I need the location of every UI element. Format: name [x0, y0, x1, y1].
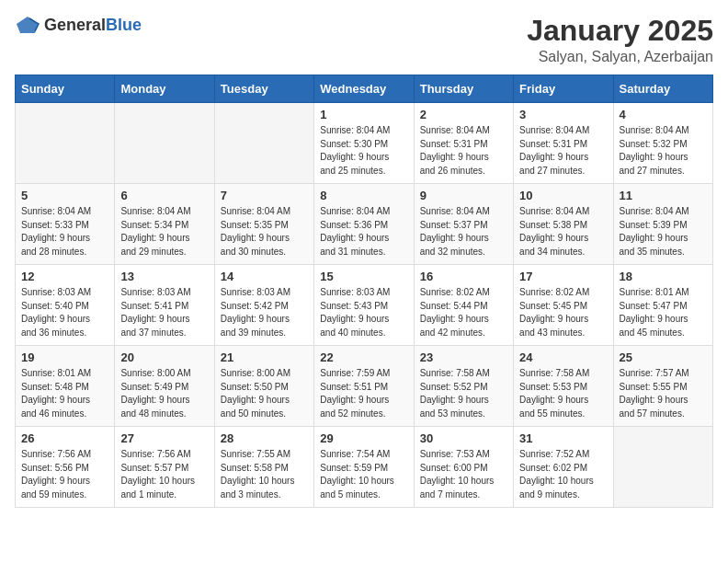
calendar-cell: 26Sunrise: 7:56 AM Sunset: 5:56 PM Dayli…: [16, 427, 115, 508]
calendar-cell: 25Sunrise: 7:57 AM Sunset: 5:55 PM Dayli…: [613, 346, 712, 427]
day-info: Sunrise: 8:04 AM Sunset: 5:37 PM Dayligh…: [420, 205, 507, 259]
logo: GeneralBlue: [15, 15, 142, 35]
day-info: Sunrise: 8:04 AM Sunset: 5:36 PM Dayligh…: [320, 205, 407, 259]
day-number: 29: [320, 431, 407, 445]
day-number: 15: [320, 270, 407, 283]
day-info: Sunrise: 8:00 AM Sunset: 5:50 PM Dayligh…: [221, 367, 308, 420]
day-info: Sunrise: 8:04 AM Sunset: 5:39 PM Dayligh…: [620, 205, 707, 259]
calendar-cell: 5Sunrise: 8:04 AM Sunset: 5:33 PM Daylig…: [16, 184, 115, 265]
calendar-cell: 22Sunrise: 7:59 AM Sunset: 5:51 PM Dayli…: [314, 346, 414, 427]
calendar-cell: [115, 103, 214, 184]
calendar-table: SundayMondayTuesdayWednesdayThursdayFrid…: [15, 75, 713, 508]
generalblue-logo-icon: [15, 15, 40, 35]
calendar-cell: [16, 103, 115, 184]
calendar-cell: 15Sunrise: 8:03 AM Sunset: 5:43 PM Dayli…: [314, 265, 414, 346]
day-info: Sunrise: 8:03 AM Sunset: 5:43 PM Dayligh…: [320, 286, 407, 339]
calendar-cell: 8Sunrise: 8:04 AM Sunset: 5:36 PM Daylig…: [314, 184, 414, 265]
day-number: 1: [320, 108, 407, 121]
calendar-cell: 28Sunrise: 7:55 AM Sunset: 5:58 PM Dayli…: [214, 427, 313, 508]
calendar-cell: 6Sunrise: 8:04 AM Sunset: 5:34 PM Daylig…: [115, 184, 214, 265]
calendar-cell: 29Sunrise: 7:54 AM Sunset: 5:59 PM Dayli…: [314, 427, 414, 508]
weekday-header-wednesday: Wednesday: [314, 75, 414, 103]
weekday-header-sunday: Sunday: [16, 75, 115, 103]
calendar-cell: 23Sunrise: 7:58 AM Sunset: 5:52 PM Dayli…: [414, 346, 513, 427]
day-info: Sunrise: 8:04 AM Sunset: 5:32 PM Dayligh…: [620, 124, 707, 178]
day-info: Sunrise: 8:03 AM Sunset: 5:41 PM Dayligh…: [120, 286, 208, 339]
day-number: 13: [120, 270, 208, 283]
day-number: 21: [221, 350, 308, 364]
day-number: 7: [221, 189, 308, 202]
day-info: Sunrise: 7:55 AM Sunset: 5:58 PM Dayligh…: [221, 448, 308, 501]
calendar-week-4: 19Sunrise: 8:01 AM Sunset: 5:48 PM Dayli…: [16, 346, 713, 427]
calendar-cell: [214, 103, 313, 184]
day-number: 28: [221, 431, 308, 445]
day-number: 27: [120, 431, 208, 445]
logo-general: General: [44, 16, 106, 34]
day-number: 2: [420, 108, 507, 121]
calendar-cell: 30Sunrise: 7:53 AM Sunset: 6:00 PM Dayli…: [414, 427, 513, 508]
day-info: Sunrise: 8:04 AM Sunset: 5:33 PM Dayligh…: [21, 205, 108, 259]
day-info: Sunrise: 7:54 AM Sunset: 5:59 PM Dayligh…: [320, 448, 407, 501]
day-number: 9: [420, 189, 507, 202]
day-info: Sunrise: 8:04 AM Sunset: 5:38 PM Dayligh…: [519, 205, 607, 259]
day-number: 4: [620, 108, 707, 121]
calendar-week-2: 5Sunrise: 8:04 AM Sunset: 5:33 PM Daylig…: [16, 184, 713, 265]
calendar-cell: 7Sunrise: 8:04 AM Sunset: 5:35 PM Daylig…: [214, 184, 313, 265]
day-number: 19: [21, 350, 108, 364]
day-info: Sunrise: 7:53 AM Sunset: 6:00 PM Dayligh…: [420, 448, 507, 501]
calendar-cell: 17Sunrise: 8:02 AM Sunset: 5:45 PM Dayli…: [514, 265, 613, 346]
calendar-cell: 14Sunrise: 8:03 AM Sunset: 5:42 PM Dayli…: [214, 265, 313, 346]
weekday-header-tuesday: Tuesday: [214, 75, 313, 103]
calendar-week-3: 12Sunrise: 8:03 AM Sunset: 5:40 PM Dayli…: [16, 265, 713, 346]
calendar-cell: 11Sunrise: 8:04 AM Sunset: 5:39 PM Dayli…: [613, 184, 712, 265]
day-number: 25: [620, 350, 707, 364]
day-number: 22: [320, 350, 407, 364]
day-info: Sunrise: 8:03 AM Sunset: 5:40 PM Dayligh…: [21, 286, 108, 339]
calendar-cell: 2Sunrise: 8:04 AM Sunset: 5:31 PM Daylig…: [414, 103, 513, 184]
day-info: Sunrise: 7:56 AM Sunset: 5:57 PM Dayligh…: [120, 448, 208, 501]
day-number: 17: [519, 270, 607, 283]
day-number: 20: [120, 350, 208, 364]
day-info: Sunrise: 7:58 AM Sunset: 5:52 PM Dayligh…: [420, 367, 507, 420]
day-number: 11: [620, 189, 707, 202]
calendar-cell: 31Sunrise: 7:52 AM Sunset: 6:02 PM Dayli…: [514, 427, 613, 508]
day-info: Sunrise: 8:04 AM Sunset: 5:31 PM Dayligh…: [519, 124, 607, 178]
day-info: Sunrise: 8:01 AM Sunset: 5:47 PM Dayligh…: [620, 286, 707, 339]
day-info: Sunrise: 8:01 AM Sunset: 5:48 PM Dayligh…: [21, 367, 108, 420]
calendar-cell: 3Sunrise: 8:04 AM Sunset: 5:31 PM Daylig…: [514, 103, 613, 184]
calendar-cell: 27Sunrise: 7:56 AM Sunset: 5:57 PM Dayli…: [115, 427, 214, 508]
day-info: Sunrise: 8:04 AM Sunset: 5:31 PM Dayligh…: [420, 124, 507, 178]
day-number: 12: [21, 270, 108, 283]
day-number: 26: [21, 431, 108, 445]
calendar-cell: 1Sunrise: 8:04 AM Sunset: 5:30 PM Daylig…: [314, 103, 414, 184]
weekday-header-row: SundayMondayTuesdayWednesdayThursdayFrid…: [16, 75, 713, 103]
day-number: 18: [620, 270, 707, 283]
day-info: Sunrise: 8:00 AM Sunset: 5:49 PM Dayligh…: [120, 367, 208, 420]
calendar-week-5: 26Sunrise: 7:56 AM Sunset: 5:56 PM Dayli…: [16, 427, 713, 508]
day-number: 10: [519, 189, 607, 202]
calendar-cell: 9Sunrise: 8:04 AM Sunset: 5:37 PM Daylig…: [414, 184, 513, 265]
calendar-cell: 21Sunrise: 8:00 AM Sunset: 5:50 PM Dayli…: [214, 346, 313, 427]
weekday-header-monday: Monday: [115, 75, 214, 103]
weekday-header-friday: Friday: [514, 75, 613, 103]
calendar-cell: 19Sunrise: 8:01 AM Sunset: 5:48 PM Dayli…: [16, 346, 115, 427]
day-number: 24: [519, 350, 607, 364]
day-info: Sunrise: 8:04 AM Sunset: 5:34 PM Dayligh…: [120, 205, 208, 259]
day-info: Sunrise: 8:03 AM Sunset: 5:42 PM Dayligh…: [221, 286, 308, 339]
calendar-cell: [613, 427, 712, 508]
day-number: 6: [120, 189, 208, 202]
day-info: Sunrise: 8:04 AM Sunset: 5:30 PM Dayligh…: [320, 124, 407, 178]
calendar-cell: 16Sunrise: 8:02 AM Sunset: 5:44 PM Dayli…: [414, 265, 513, 346]
day-info: Sunrise: 7:56 AM Sunset: 5:56 PM Dayligh…: [21, 448, 108, 501]
day-number: 31: [519, 431, 607, 445]
day-number: 5: [21, 189, 108, 202]
day-number: 3: [519, 108, 607, 121]
location-title: Salyan, Salyan, Azerbaijan: [527, 49, 713, 65]
calendar-cell: 13Sunrise: 8:03 AM Sunset: 5:41 PM Dayli…: [115, 265, 214, 346]
day-info: Sunrise: 7:58 AM Sunset: 5:53 PM Dayligh…: [519, 367, 607, 420]
calendar-cell: 4Sunrise: 8:04 AM Sunset: 5:32 PM Daylig…: [613, 103, 712, 184]
header-area: GeneralBlue January 2025 Salyan, Salyan,…: [15, 15, 713, 65]
title-area: January 2025 Salyan, Salyan, Azerbaijan: [527, 15, 713, 65]
day-number: 16: [420, 270, 507, 283]
logo-blue: Blue: [106, 16, 142, 34]
